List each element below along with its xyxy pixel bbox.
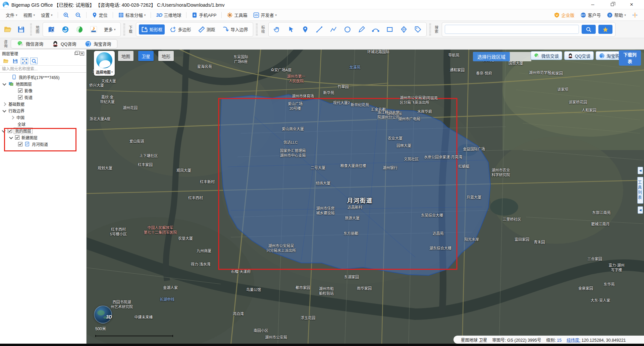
import-boundary-button[interactable]: 导入边界 [220,24,250,34]
map-tab-地图[interactable]: 地图 [118,51,133,61]
bigemap-source-button[interactable] [60,24,71,34]
menu-separator [58,12,58,18]
customer-id-button[interactable]: BUY!客户号 [579,11,602,19]
panel-save-button[interactable] [11,58,19,64]
menu-file[interactable]: 文件▾ [3,11,20,19]
tree-item[interactable]: 行政边界 [0,107,86,114]
taobao-icon [85,41,92,47]
tree-item[interactable]: 中国 [0,114,86,121]
tree-item[interactable]: 影像 [0,87,86,94]
layer-search-input[interactable] [0,65,86,73]
pen-tool-button[interactable] [356,24,367,34]
panel-open-button[interactable] [2,58,9,64]
save-file-button[interactable] [16,24,26,34]
mobile-app-button[interactable]: 手机APP [189,11,219,19]
close-button[interactable]: ✕ [622,0,641,9]
wechat-chat-button[interactable]: 微信交谈 [531,51,562,60]
curve-tool-button[interactable] [370,24,381,34]
toolbar-search-input[interactable] [445,25,579,34]
tianditu-source-button[interactable] [88,24,99,34]
collapse-left-icon-2[interactable]: ◀ [638,206,643,214]
zoom-in-button[interactable] [61,11,71,19]
select-admin-region-button[interactable]: 选择行政区域 [473,52,510,61]
taobao-consult-button[interactable]: 淘宝咨询 [83,40,113,48]
marker-tool-button[interactable] [300,24,311,34]
checkbox[interactable] [18,95,22,99]
chevron-right-icon[interactable] [10,115,14,120]
panel-close-icon[interactable]: ✕ [80,52,84,56]
collapse-left-icon[interactable]: ◀ [638,167,643,174]
measure-button[interactable]: 测距 [196,24,217,34]
coords-link[interactable]: 经纬度: [567,338,580,343]
map-viewport[interactable]: 凤凰大厦侨兴大厦天成大厦嘉欣·金 世纪大厦湖州花园浙北大厦A座爱山街道规划大厦红… [87,50,644,346]
tool-list-tab[interactable]: 工具列表 [637,177,643,204]
compass-button[interactable] [631,11,639,19]
enterprise-badge[interactable]: 企业版 [552,11,576,19]
zoom-out-button[interactable] [73,11,84,19]
polygon-select-button[interactable]: 多边形 [167,24,193,34]
tree-item[interactable]: 新建图层 [0,134,86,141]
standard-sheet-button[interactable]: 标准分幅▾ [116,11,148,19]
tree-item[interactable]: 全球 [0,121,86,127]
rectangle-tool-button[interactable] [384,24,395,34]
select-tool-button[interactable] [285,24,297,34]
restore-button[interactable] [602,0,622,9]
wechat-consult-button[interactable]: 微信咨询 [15,40,45,48]
panel-float-icon[interactable] [74,52,78,55]
window-title: Bigemap GIS Office 【已授权: 试用版】 【咨询电话: 400… [11,1,224,8]
district-polygon[interactable] [220,94,490,275]
map-config-button[interactable] [46,24,57,34]
tree-item[interactable]: 基础数据 [0,100,86,107]
menu-settings[interactable]: 设置▾ [39,11,55,19]
svg-text:?: ? [609,13,611,17]
chevron-down-icon[interactable] [2,82,6,86]
download-list-button[interactable]: 下载列表 [619,50,641,66]
favorite-button[interactable] [598,25,612,34]
checkbox[interactable] [8,129,12,133]
save-icon [12,58,18,64]
minimize-button[interactable]: ─ [583,0,602,9]
chevron-down-icon: ▾ [51,13,53,17]
chevron-down-icon[interactable] [1,129,6,133]
map-source-selector[interactable]: 选择地图 ▾ [94,51,115,76]
panel-select-button[interactable] [21,58,28,64]
crown-icon [554,12,560,18]
label-tool-button[interactable] [412,24,424,34]
pan-tool-button[interactable] [271,24,283,34]
chevron-down-icon[interactable] [9,135,13,140]
line-tool-button[interactable] [314,24,325,34]
qq-chat-button[interactable]: QQ交谈 [564,51,594,60]
map-tab-卫星[interactable]: 卫星 [138,51,154,61]
chevron-down-icon[interactable] [2,109,6,113]
rect-select-button[interactable]: 矩形框 [139,24,165,34]
help-button[interactable]: ?帮助▾ [605,11,627,19]
checkbox[interactable] [15,135,19,140]
circle-tool-button[interactable] [342,24,353,34]
import-boundary-icon [222,26,229,33]
polyline-tool-button[interactable] [328,24,339,34]
grid-icon [118,12,124,18]
qq-consult-button[interactable]: QQ咨询 [50,40,78,48]
green-source-button[interactable] [74,24,85,34]
map-tab-地形[interactable]: 地形 [158,51,174,61]
panel-search-button[interactable] [30,58,38,64]
pin-icon [302,26,309,33]
tree-item[interactable]: 我的图层 [0,127,86,134]
toolbar-search-button[interactable] [582,25,596,34]
checkbox[interactable] [18,142,22,146]
tree-item[interactable]: 地图图层 [0,80,86,87]
more-maps-button[interactable]: 更多▾ [102,25,118,34]
developer-button[interactable]: 开发者▾ [251,11,279,19]
toolbox-button[interactable]: 工具箱 [224,11,250,19]
open-file-button[interactable] [3,24,13,34]
kite-tool-button[interactable] [398,24,410,34]
checkbox[interactable] [18,88,22,93]
menu-view[interactable]: 视图▾ [21,11,38,19]
locate-button[interactable]: 定位 [89,11,110,19]
tree-item[interactable]: 街道 [0,94,86,100]
tree-item[interactable]: 月河街道 [0,141,86,147]
globe-3d-button[interactable]: 3D三维地球 [154,11,183,19]
chat-buttons: 微信交谈QQ交谈淘宝购买 [531,51,627,60]
chevron-right-icon[interactable] [2,102,6,106]
tree-item[interactable]: 我的手机(176****7455) [0,74,86,80]
